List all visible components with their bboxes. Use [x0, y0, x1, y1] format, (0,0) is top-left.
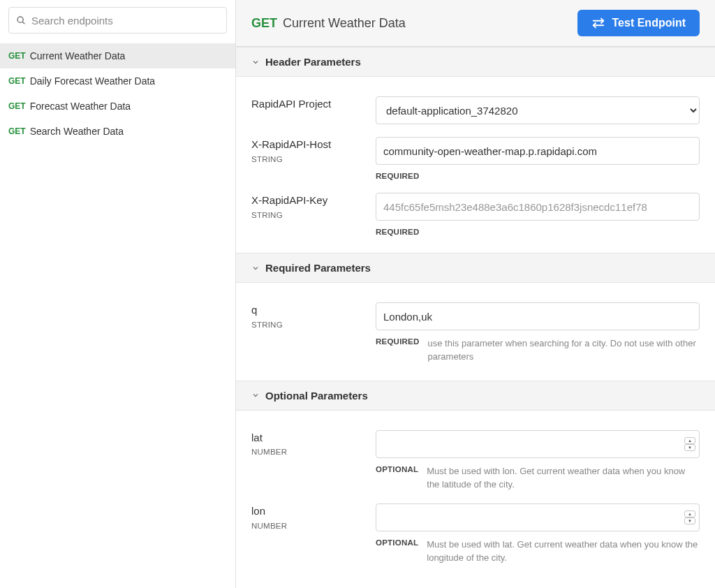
section-header-header-params[interactable]: Header Parameters [236, 47, 715, 77]
param-type: STRING [251, 155, 376, 163]
header-method: GET [251, 16, 277, 31]
section-header-optional-params[interactable]: Optional Parameters [236, 381, 715, 411]
param-type: STRING [251, 211, 376, 219]
param-type: NUMBER [251, 522, 376, 530]
required-flag: REQUIRED [376, 337, 420, 346]
step-down-icon[interactable]: ▼ [684, 517, 695, 524]
param-desc: Must be used with lon. Get current weath… [427, 465, 700, 492]
param-row-rapidapi-project: RapidAPI Project default-application_374… [236, 84, 715, 124]
sidebar: GET Current Weather Data GET Daily Forec… [0, 0, 236, 588]
optional-flag: OPTIONAL [376, 465, 418, 473]
sidebar-item-search-weather[interactable]: GET Search Weather Data [0, 119, 235, 144]
test-endpoint-label: Test Endpoint [612, 17, 686, 29]
param-row-rapidapi-host: X-RapidAPI-Host STRING REQUIRED [236, 124, 715, 180]
optional-flag: OPTIONAL [376, 538, 418, 547]
endpoint-label: Search Weather Data [30, 126, 124, 137]
step-down-icon[interactable]: ▼ [684, 444, 695, 451]
endpoint-label: Current Weather Data [30, 50, 126, 61]
optional-params-body: lat NUMBER ▲ ▼ OPTIONAL Must be used wit… [236, 411, 715, 582]
chevron-down-icon [251, 264, 260, 272]
svg-point-0 [17, 17, 23, 22]
param-name: RapidAPI Project [251, 96, 376, 112]
search-input[interactable] [31, 15, 219, 27]
param-type: NUMBER [251, 448, 376, 456]
number-stepper[interactable]: ▲ ▼ [684, 437, 695, 451]
param-name: X-RapidAPI-Key [251, 193, 376, 208]
required-flag: REQUIRED [376, 172, 420, 180]
endpoint-label: Daily Forecast Weather Data [30, 75, 155, 87]
lon-input[interactable] [376, 504, 700, 531]
step-up-icon[interactable]: ▲ [684, 510, 695, 517]
section-title: Required Parameters [265, 262, 371, 274]
section-header-required-params[interactable]: Required Parameters [236, 253, 715, 283]
param-name: lon [251, 504, 376, 519]
param-desc: Must be used with lat. Get current weath… [427, 538, 700, 565]
param-row-lat: lat NUMBER ▲ ▼ OPTIONAL Must be used wit… [236, 418, 715, 492]
param-type: STRING [251, 321, 376, 329]
page-title: GET Current Weather Data [251, 16, 406, 31]
search-wrap [0, 0, 235, 41]
required-params-body: q STRING REQUIRED use this parameter whe… [236, 283, 715, 381]
search-box[interactable] [8, 7, 227, 34]
svg-line-1 [22, 22, 24, 24]
chevron-down-icon [251, 391, 260, 399]
number-stepper[interactable]: ▲ ▼ [684, 510, 695, 524]
method-badge: GET [8, 126, 26, 136]
param-name: X-RapidAPI-Host [251, 137, 376, 152]
header-endpoint-name: Current Weather Data [283, 16, 406, 31]
method-badge: GET [8, 51, 26, 61]
section-title: Optional Parameters [265, 390, 368, 402]
section-title: Header Parameters [265, 56, 361, 68]
lat-input[interactable] [376, 430, 700, 458]
endpoint-label: Forecast Weather Data [30, 101, 131, 112]
endpoint-list: GET Current Weather Data GET Daily Forec… [0, 41, 235, 144]
main-panel: GET Current Weather Data Test Endpoint H… [236, 0, 715, 588]
sidebar-item-forecast[interactable]: GET Forecast Weather Data [0, 94, 235, 119]
header-params-body: RapidAPI Project default-application_374… [236, 77, 715, 253]
step-up-icon[interactable]: ▲ [684, 437, 695, 444]
q-input[interactable] [376, 302, 700, 330]
method-badge: GET [8, 101, 26, 111]
method-badge: GET [8, 76, 26, 86]
param-desc: use this parameter when searching for a … [428, 337, 700, 364]
test-endpoint-button[interactable]: Test Endpoint [577, 10, 700, 36]
param-name: lat [251, 430, 376, 446]
required-flag: REQUIRED [376, 228, 420, 236]
param-row-rapidapi-key: X-RapidAPI-Key STRING REQUIRED [236, 180, 715, 236]
project-select[interactable]: default-application_3742820 [376, 96, 700, 124]
swap-icon [591, 17, 605, 29]
param-name: q [251, 302, 376, 318]
search-icon [16, 15, 26, 25]
sidebar-item-current-weather[interactable]: GET Current Weather Data [0, 43, 235, 68]
apikey-input[interactable] [376, 193, 700, 221]
param-row-lon: lon NUMBER ▲ ▼ OPTIONAL Must be used wit… [236, 491, 715, 565]
host-input[interactable] [376, 137, 700, 165]
sidebar-item-daily-forecast[interactable]: GET Daily Forecast Weather Data [0, 68, 235, 94]
chevron-down-icon [251, 58, 260, 66]
header-bar: GET Current Weather Data Test Endpoint [236, 0, 715, 47]
param-row-q: q STRING REQUIRED use this parameter whe… [236, 290, 715, 364]
